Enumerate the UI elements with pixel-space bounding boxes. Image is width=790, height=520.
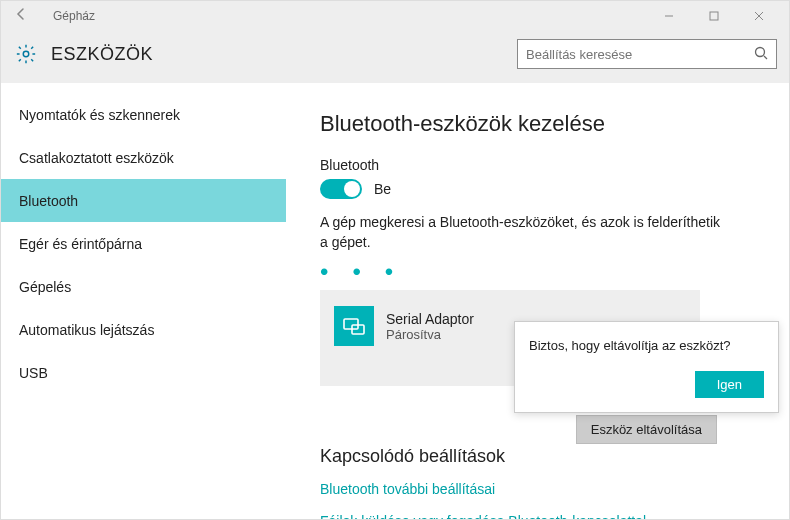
- sidebar-item-label: Automatikus lejátszás: [19, 322, 154, 338]
- remove-device-button[interactable]: Eszköz eltávolítása: [576, 415, 717, 444]
- minimize-button[interactable]: [646, 1, 691, 31]
- svg-point-4: [23, 51, 29, 57]
- link-send-receive-files[interactable]: Fájlok küldése vagy fogadása Bluetooth-k…: [320, 513, 767, 519]
- close-button[interactable]: [736, 1, 781, 31]
- titlebar: Gépház: [1, 1, 789, 31]
- device-name: Serial Adaptor: [386, 311, 474, 327]
- sidebar-item-typing[interactable]: Gépelés: [1, 265, 286, 308]
- confirm-tooltip: Biztos, hogy eltávolítja az eszközt? Ige…: [514, 321, 779, 413]
- sidebar-item-label: Egér és érintőpárna: [19, 236, 142, 252]
- app-title: ESZKÖZÖK: [51, 44, 153, 65]
- link-more-bt-settings[interactable]: Bluetooth további beállításai: [320, 481, 767, 497]
- sidebar-item-mouse[interactable]: Egér és érintőpárna: [1, 222, 286, 265]
- back-button[interactable]: [9, 7, 33, 25]
- sidebar-item-label: USB: [19, 365, 48, 381]
- sidebar-item-connected-devices[interactable]: Csatlakoztatott eszközök: [1, 136, 286, 179]
- header: ESZKÖZÖK: [1, 31, 789, 83]
- toggle-state-label: Be: [374, 181, 391, 197]
- page-title: Bluetooth-eszközök kezelése: [320, 111, 767, 137]
- bluetooth-toggle[interactable]: [320, 179, 362, 199]
- sidebar-item-bluetooth[interactable]: Bluetooth: [1, 179, 286, 222]
- toggle-knob: [344, 181, 360, 197]
- confirm-yes-button[interactable]: Igen: [695, 371, 764, 398]
- sidebar-item-label: Gépelés: [19, 279, 71, 295]
- search-input[interactable]: [526, 47, 754, 62]
- sidebar-item-printers[interactable]: Nyomtatók és szkennerek: [1, 93, 286, 136]
- device-icon: [334, 306, 374, 346]
- svg-line-6: [764, 56, 767, 59]
- bluetooth-label: Bluetooth: [320, 157, 767, 173]
- sidebar-item-label: Csatlakoztatott eszközök: [19, 150, 174, 166]
- related-title: Kapcsolódó beállítások: [320, 446, 767, 467]
- device-status: Párosítva: [386, 327, 474, 342]
- sidebar-item-label: Nyomtatók és szkennerek: [19, 107, 180, 123]
- sidebar-item-autoplay[interactable]: Automatikus lejátszás: [1, 308, 286, 351]
- confirm-message: Biztos, hogy eltávolítja az eszközt?: [529, 338, 764, 353]
- bluetooth-description: A gép megkeresi a Bluetooth-eszközöket, …: [320, 213, 730, 252]
- sidebar-item-usb[interactable]: USB: [1, 351, 286, 394]
- content-pane: Bluetooth-eszközök kezelése Bluetooth Be…: [286, 83, 789, 519]
- svg-rect-7: [344, 319, 358, 329]
- sidebar-item-label: Bluetooth: [19, 193, 78, 209]
- svg-rect-1: [710, 12, 718, 20]
- svg-point-5: [756, 47, 765, 56]
- settings-gear-icon: [15, 43, 37, 65]
- sidebar: Nyomtatók és szkennerek Csatlakoztatott …: [1, 83, 286, 519]
- searching-indicator: •••: [320, 258, 767, 286]
- maximize-button[interactable]: [691, 1, 736, 31]
- search-icon: [754, 46, 768, 63]
- search-box[interactable]: [517, 39, 777, 69]
- window-title: Gépház: [53, 9, 95, 23]
